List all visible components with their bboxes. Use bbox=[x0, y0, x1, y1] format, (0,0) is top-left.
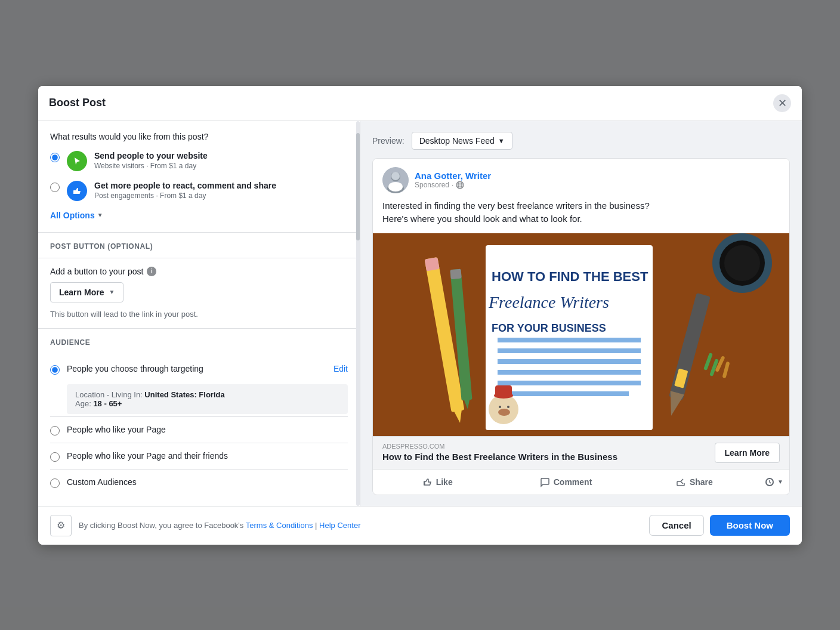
radio-custom[interactable] bbox=[50, 478, 60, 488]
svg-rect-44 bbox=[424, 481, 425, 485]
preview-label: Preview: bbox=[372, 136, 404, 146]
post-image: HOW TO FIND THE BEST Freelance Writers F… bbox=[373, 233, 789, 436]
audience-option-page-friends: People who like your Page and their frie… bbox=[50, 443, 348, 469]
help-link[interactable]: Help Center bbox=[319, 521, 360, 530]
audience-options: People you choose through targeting Edit… bbox=[50, 356, 348, 495]
avatar bbox=[382, 167, 409, 193]
chevron-down-icon: ▼ bbox=[97, 212, 103, 218]
option-website-title: Send people to your website bbox=[94, 151, 208, 160]
chevron-down-icon-3: ▼ bbox=[498, 137, 505, 144]
post-author-name: Ana Gotter, Writer bbox=[415, 171, 491, 181]
svg-rect-16 bbox=[498, 370, 641, 375]
settings-button[interactable]: ⚙ bbox=[50, 515, 72, 536]
post-link-preview: ADESPRESSO.COM How to Find the Best Free… bbox=[373, 436, 789, 469]
boost-now-button[interactable]: Boost Now bbox=[710, 515, 790, 536]
svg-point-5 bbox=[391, 172, 400, 180]
footer-disclaimer: By clicking Boost Now, you agree to Face… bbox=[79, 521, 642, 530]
preview-header: Preview: Desktop News Feed ▼ bbox=[372, 132, 790, 150]
radio-page-likes[interactable] bbox=[50, 426, 60, 436]
radio-targeting[interactable] bbox=[50, 365, 60, 375]
post-meta: Sponsored · bbox=[415, 181, 491, 189]
option-engage-title: Get more people to react, comment and sh… bbox=[94, 181, 276, 190]
footer-buttons: Cancel Boost Now bbox=[649, 515, 790, 536]
audience-option-targeting: People you choose through targeting Edit bbox=[50, 356, 348, 382]
thumbsup-icon bbox=[67, 181, 87, 201]
post-button-section-label: POST BUTTON (Optional) bbox=[50, 233, 348, 258]
audience-page-likes-label: People who like your Page bbox=[67, 425, 348, 434]
left-panel-wrapper: What results would you like from this po… bbox=[38, 121, 360, 506]
goal-question: What results would you like from this po… bbox=[50, 132, 348, 141]
radio-engage[interactable] bbox=[50, 183, 60, 192]
add-button-label: Add a button to your post i bbox=[50, 267, 348, 276]
preview-dropdown[interactable]: Desktop News Feed ▼ bbox=[412, 132, 512, 150]
radio-website[interactable] bbox=[50, 153, 60, 162]
button-helper-text: This button will lead to the link in you… bbox=[50, 310, 348, 319]
svg-point-42 bbox=[507, 406, 509, 408]
post-button-dropdown[interactable]: Learn More ▼ bbox=[50, 282, 123, 302]
close-icon: ✕ bbox=[778, 97, 787, 110]
edit-targeting-link[interactable]: Edit bbox=[333, 364, 348, 373]
like-button[interactable]: Like bbox=[373, 472, 501, 492]
link-title: How to Find the Best Freelance Writers i… bbox=[382, 451, 617, 463]
audience-option-page-likes: People who like your Page bbox=[50, 416, 348, 443]
svg-rect-17 bbox=[498, 381, 641, 385]
right-panel: Preview: Desktop News Feed ▼ bbox=[360, 121, 802, 506]
terms-link[interactable]: Terms & Conditions bbox=[246, 521, 313, 530]
like-label: Like bbox=[436, 477, 453, 487]
left-panel-inner: What results would you like from this po… bbox=[38, 121, 360, 506]
comment-icon bbox=[539, 477, 550, 487]
all-options-link[interactable]: All Options ▼ bbox=[50, 211, 103, 220]
share-label: Share bbox=[690, 477, 713, 487]
like-icon bbox=[422, 477, 433, 487]
svg-point-33 bbox=[724, 245, 760, 281]
radio-page-friends[interactable] bbox=[50, 452, 60, 462]
svg-rect-24 bbox=[425, 257, 440, 271]
privacy-button[interactable]: ▼ bbox=[758, 472, 789, 492]
age-detail: Age: 18 - 65+ bbox=[75, 399, 339, 408]
globe-icon bbox=[456, 181, 464, 189]
cancel-button[interactable]: Cancel bbox=[649, 515, 703, 536]
scrollbar-thumb[interactable] bbox=[356, 133, 360, 240]
audience-custom-label: Custom Audiences bbox=[67, 477, 348, 487]
targeting-details: Location - Living In: United States: Flo… bbox=[67, 384, 348, 414]
modal-header: Boost Post ✕ bbox=[38, 86, 802, 121]
location-detail: Location - Living In: United States: Flo… bbox=[75, 390, 339, 399]
avatar-image bbox=[382, 167, 409, 193]
post-author-info: Ana Gotter, Writer Sponsored · bbox=[415, 171, 491, 189]
close-button[interactable]: ✕ bbox=[773, 94, 791, 112]
chevron-down-icon-privacy: ▼ bbox=[777, 478, 783, 485]
post-card: Ana Gotter, Writer Sponsored · bbox=[372, 158, 790, 495]
preview-option: Desktop News Feed bbox=[419, 136, 495, 146]
link-text-wrap: ADESPRESSO.COM How to Find the Best Free… bbox=[382, 443, 617, 463]
left-panel: What results would you like from this po… bbox=[38, 121, 360, 506]
option-engage: Get more people to react, comment and sh… bbox=[50, 181, 348, 201]
share-button[interactable]: Share bbox=[630, 472, 758, 492]
svg-rect-14 bbox=[498, 348, 641, 353]
post-header: Ana Gotter, Writer Sponsored · bbox=[373, 159, 789, 199]
modal-body: What results would you like from this po… bbox=[38, 121, 802, 506]
post-button-value: Learn More bbox=[59, 288, 104, 297]
option-website-subtitle: Website visitors · From $1 a day bbox=[94, 162, 208, 170]
scrollbar-track bbox=[356, 121, 360, 506]
svg-text:HOW TO FIND THE BEST: HOW TO FIND THE BEST bbox=[492, 269, 648, 284]
svg-point-43 bbox=[498, 409, 510, 416]
share-icon bbox=[675, 477, 686, 487]
boost-post-modal: Boost Post ✕ What results would you like… bbox=[38, 86, 802, 545]
cursor-icon bbox=[67, 151, 87, 171]
svg-rect-0 bbox=[73, 190, 75, 194]
chevron-down-icon-2: ▼ bbox=[109, 289, 115, 295]
modal-footer: ⚙ By clicking Boost Now, you agree to Fa… bbox=[38, 506, 802, 545]
svg-rect-15 bbox=[498, 359, 641, 364]
comment-button[interactable]: Comment bbox=[501, 472, 629, 492]
svg-rect-40 bbox=[495, 385, 512, 396]
audience-targeting-label: People you choose through targeting bbox=[67, 364, 326, 373]
post-body-text: Interested in finding the very best free… bbox=[373, 199, 789, 233]
privacy-icon bbox=[764, 477, 775, 487]
modal-overlay: Boost Post ✕ What results would you like… bbox=[0, 0, 840, 630]
gear-icon: ⚙ bbox=[57, 520, 65, 531]
learn-more-button[interactable]: Learn More bbox=[715, 443, 780, 463]
link-domain: ADESPRESSO.COM bbox=[382, 443, 617, 450]
audience-section-label: AUDIENCE bbox=[50, 329, 348, 354]
svg-rect-27 bbox=[450, 268, 461, 279]
audience-option-custom: Custom Audiences bbox=[50, 469, 348, 495]
